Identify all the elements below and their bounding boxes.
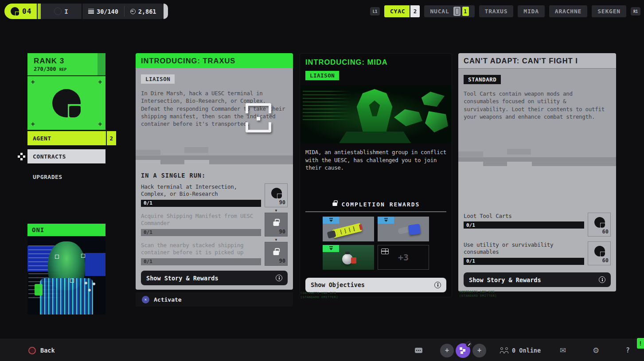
slot-label: I <box>64 8 68 15</box>
rank-card: RANK 3 270/300 REP + + + + <box>27 53 105 131</box>
objectives-panel: IN A SINGLE RUN: Hack terminal at Inters… <box>136 167 293 290</box>
corner-plus-icon: + <box>31 80 35 84</box>
avatar <box>456 343 470 358</box>
reward-box: 60 <box>588 241 611 265</box>
reward-box-locked: 90 <box>265 242 288 266</box>
sidebar-item-upgrades[interactable]: UPGRADES <box>27 170 105 184</box>
claim-badge-icon <box>378 217 394 224</box>
fine-print: CONTRACTS_LNK_SYS [STANDARD EMITTER] <box>459 290 497 299</box>
add-party-slot-left[interactable]: + <box>440 339 454 361</box>
tab-cyac[interactable]: CYAC 2 <box>384 5 420 17</box>
card-title: CAN'T ADAPT: CAN'T FIGHT I <box>458 53 616 68</box>
objective-row: Hack terminal at Intersection, Complex, … <box>141 183 288 207</box>
oni-portrait-image <box>27 236 105 314</box>
objective-progress: 0/1 <box>141 200 261 207</box>
show-objectives-button[interactable]: Show Objectives <box>305 278 446 292</box>
gamepad-cross-button-icon: ✕ <box>142 296 149 303</box>
bottom-bar: Back + + 0 Online ✉ ⚙ ? <box>0 339 644 361</box>
chat-icon <box>415 348 422 353</box>
completion-rewards-header: COMPLETION REWARDS <box>300 201 452 208</box>
help-button[interactable]: ? <box>626 339 630 361</box>
settings-button[interactable]: ⚙ <box>593 339 599 361</box>
rank-emblem-panel: + + + + <box>27 76 105 130</box>
corner-plus-icon: + <box>98 80 102 84</box>
mail-button[interactable]: ✉ <box>560 339 566 361</box>
agent-badge: 2 <box>106 131 116 145</box>
objectives-header: IN A SINGLE RUN: <box>141 172 288 179</box>
rank-header: RANK 3 270/300 REP <box>27 53 105 76</box>
reward-tile-more[interactable]: +3 <box>378 245 429 270</box>
reward-tile-attachment[interactable] <box>378 217 429 241</box>
activate-action[interactable]: ✕ Activate <box>136 292 293 307</box>
squad-count: 04 <box>22 7 31 16</box>
tab-nucal[interactable]: NUCAL 1 <box>424 5 474 17</box>
objective-text: Loot Tool Carts <box>464 213 584 220</box>
rank-header-cap <box>98 53 105 75</box>
card-description: Tool Carts contain weapon mods and consu… <box>464 90 611 120</box>
lock-icon <box>273 221 279 226</box>
reward-tile-consumable[interactable] <box>323 217 374 241</box>
reward-tile-grid: +3 <box>323 217 429 270</box>
shoulder-right-icon: R1 <box>631 7 640 16</box>
objective-progress: 0/1 <box>141 258 261 265</box>
tab-arachne[interactable]: ARACHNE <box>549 5 587 17</box>
back-action[interactable]: Back <box>28 339 55 361</box>
gear-icon: ⚙ <box>593 346 599 355</box>
objectives-panel: Loot Tool Carts 0/1 60 Use utility or su… <box>458 169 616 291</box>
add-party-slot-right[interactable]: + <box>472 339 486 361</box>
sidebar-item-agent[interactable]: AGENT 2 <box>27 131 116 145</box>
tab-sekgen[interactable]: SEKGEN <box>592 5 626 17</box>
contract-type-tag: LIAISON <box>305 71 339 80</box>
card-title: INTRODUCING: TRAXUS <box>136 53 293 68</box>
rep-icon <box>594 246 605 256</box>
envelope-icon: ✉ <box>560 346 566 355</box>
reward-amount: 60 <box>602 257 609 264</box>
chat-button[interactable] <box>415 339 422 361</box>
contract-card-mida: INTRODUCING: MIDA LIAISON MIDA, an antie… <box>300 53 452 297</box>
reward-amount: 90 <box>279 229 285 235</box>
reward-tile-grenade[interactable] <box>323 245 374 270</box>
slot-pill[interactable]: I <box>41 4 82 19</box>
objective-progress: 0/1 <box>464 221 584 229</box>
squad-pill[interactable]: 04 <box>4 4 41 19</box>
reward-amount: 90 <box>279 258 285 264</box>
avatar-emblem-icon <box>460 347 466 354</box>
show-story-rewards-button[interactable]: Show Story & Rewards <box>141 271 288 285</box>
battery-item-image <box>332 223 363 238</box>
nucal-count-badge: 1 <box>462 7 469 16</box>
reward-amount: 90 <box>279 199 285 206</box>
show-story-rewards-button[interactable]: Show Story & Rewards <box>464 272 611 287</box>
decor-glitch-band <box>136 147 293 167</box>
rank-title: RANK 3 <box>34 57 105 66</box>
tab-mida[interactable]: MIDA <box>518 5 545 17</box>
scan-cursor <box>245 103 273 132</box>
objective-text: Acquire Shipping Manifest from UESC Comm… <box>141 213 261 227</box>
mida-artwork-image <box>300 85 452 143</box>
question-icon: ? <box>626 346 630 354</box>
contracts-count-value: 30/140 <box>97 8 118 15</box>
cyac-count-badge: 2 <box>410 5 420 17</box>
reward-box: 90 <box>265 183 288 207</box>
claim-badge-icon <box>323 217 339 224</box>
card-description-panel: STANDARD Tool Carts contain weapon mods … <box>458 68 616 149</box>
reward-box-locked: 90 <box>265 213 288 237</box>
objective-text: Hack terminal at Intersection, Complex, … <box>141 183 261 198</box>
reward-amount: 60 <box>602 229 609 235</box>
gamepad-circle-button-icon <box>28 347 36 354</box>
objective-row: Use utility or survivability consumables… <box>464 241 611 265</box>
objective-text: Use utility or survivability consumables <box>464 241 584 256</box>
corner-plus-icon: + <box>98 122 102 126</box>
tab-traxus[interactable]: TRAXUS <box>479 5 514 17</box>
stats-pill-cap <box>164 4 168 19</box>
info-icon <box>434 282 441 288</box>
notification-alert-badge[interactable]: ! <box>637 338 644 349</box>
back-label: Back <box>40 347 55 354</box>
objective-text: Scan the nearby stacked shipping contain… <box>141 242 261 256</box>
device-icon <box>453 7 461 16</box>
player-avatar[interactable] <box>456 339 470 361</box>
objective-row: Acquire Shipping Manifest from UESC Comm… <box>141 213 288 237</box>
lock-icon <box>332 202 337 206</box>
hud-squad-cluster: 04 I 30/140 2,861 <box>4 4 168 19</box>
rep-icon <box>594 217 605 228</box>
sidebar-item-contracts[interactable]: CONTRACTS <box>27 149 105 163</box>
